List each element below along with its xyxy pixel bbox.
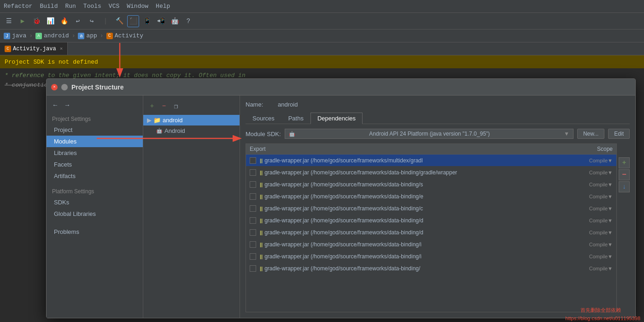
dep-row-6[interactable]: || gradle-wrapper.jar (/home/god/source/… bbox=[246, 227, 616, 239]
tree-folder-icon: 📁 bbox=[153, 117, 161, 124]
dialog-close-btn[interactable]: × bbox=[51, 84, 58, 90]
dep-remove-btn[interactable]: − bbox=[619, 169, 630, 180]
nav-back-arrow[interactable]: ← bbox=[50, 100, 60, 110]
dep-row-7[interactable]: || gradle-wrapper.jar (/home/god/source/… bbox=[246, 239, 616, 250]
menu-build[interactable]: Build bbox=[40, 3, 58, 10]
toolbar-help-btn[interactable]: ? bbox=[182, 15, 194, 27]
dep-scope-6[interactable]: Compile▼ bbox=[567, 230, 613, 235]
dep-row-4[interactable]: || gradle-wrapper.jar (/home/god/source/… bbox=[246, 203, 616, 215]
dep-row-8[interactable]: || gradle-wrapper.jar (/home/god/source/… bbox=[246, 250, 616, 262]
nav-fwd-arrow[interactable]: → bbox=[62, 100, 72, 110]
dep-scope-tag-4: Compile bbox=[589, 206, 608, 211]
breadcrumb-java[interactable]: J java bbox=[4, 32, 26, 39]
dep-scope-8[interactable]: Compile▼ bbox=[567, 254, 613, 259]
left-panel: ← → Project Settings Project Modules Lib… bbox=[47, 95, 143, 318]
dep-scope-5[interactable]: Compile▼ bbox=[567, 218, 613, 223]
tab-bar: C Activity.java × bbox=[0, 42, 644, 55]
dep-checkbox-4[interactable] bbox=[250, 205, 256, 212]
tab-close-btn[interactable]: × bbox=[60, 46, 63, 52]
toolbar-debug-btn[interactable]: 🐞 bbox=[30, 15, 42, 27]
dep-scope-1[interactable]: Compile▼ bbox=[567, 170, 613, 175]
sdk-edit-btn[interactable]: Edit bbox=[608, 129, 630, 139]
java-icon: J bbox=[4, 33, 10, 39]
menu-refactor[interactable]: Refactor bbox=[4, 3, 32, 10]
sidebar-sdks[interactable]: SDKs bbox=[47, 197, 143, 208]
name-row: Name: android bbox=[246, 101, 630, 108]
dep-row-3[interactable]: || gradle-wrapper.jar (/home/god/source/… bbox=[246, 191, 616, 203]
dep-add-btn[interactable]: + bbox=[619, 157, 630, 168]
sdk-new-btn[interactable]: New... bbox=[577, 129, 604, 139]
tree-remove-btn[interactable]: − bbox=[159, 101, 169, 111]
dialog-min-btn[interactable] bbox=[61, 84, 68, 90]
breadcrumb-app[interactable]: a app bbox=[78, 32, 97, 39]
dep-scope-9[interactable]: Compile▼ bbox=[567, 266, 613, 271]
dep-scope-4[interactable]: Compile▼ bbox=[567, 206, 613, 211]
dep-row-2[interactable]: || gradle-wrapper.jar (/home/god/source/… bbox=[246, 179, 616, 191]
dep-checkbox-3[interactable] bbox=[250, 193, 256, 200]
sdk-select[interactable]: 🤖 Android API 24 Platform (java version … bbox=[285, 129, 574, 139]
dep-checkbox-7[interactable] bbox=[250, 241, 256, 248]
sidebar-modules[interactable]: Modules bbox=[47, 136, 143, 147]
section-project-settings: Project Settings bbox=[47, 114, 143, 124]
toolbar-deploy-btn[interactable]: 📲 bbox=[155, 15, 167, 27]
sidebar-libraries[interactable]: Libraries bbox=[47, 147, 143, 159]
dep-scope-7[interactable]: Compile▼ bbox=[567, 242, 613, 247]
toolbar-back-btn[interactable]: ↩ bbox=[72, 15, 84, 27]
tree-android-sdk-icon: 🤖 bbox=[156, 128, 163, 134]
dep-row-9[interactable]: || gradle-wrapper.jar (/home/god/source/… bbox=[246, 262, 616, 274]
sidebar-facets[interactable]: Facets bbox=[47, 159, 143, 170]
toolbar-coverage-btn[interactable]: 📊 bbox=[44, 15, 56, 27]
dep-checkbox-9[interactable] bbox=[250, 265, 256, 272]
toolbar-profile-btn[interactable]: 🔥 bbox=[58, 15, 70, 27]
dep-checkbox-2[interactable] bbox=[250, 181, 256, 188]
dep-checkbox-1[interactable] bbox=[250, 169, 256, 176]
dep-scope-0[interactable]: Compile▼ bbox=[567, 158, 613, 163]
dep-checkbox-5[interactable] bbox=[250, 217, 256, 224]
dep-checkbox-6[interactable] bbox=[250, 229, 256, 236]
sidebar-project[interactable]: Project bbox=[47, 124, 143, 136]
sidebar-artifacts[interactable]: Artifacts bbox=[47, 170, 143, 182]
dep-table-scroll[interactable]: || gradle-wrapper.jar (/home/god/source/… bbox=[246, 155, 616, 312]
dep-down-btn[interactable]: ↓ bbox=[619, 181, 630, 192]
toolbar-fwd-btn[interactable]: ↪ bbox=[86, 15, 98, 27]
tab-paths[interactable]: Paths bbox=[281, 113, 310, 124]
breadcrumb-app-label: app bbox=[86, 32, 97, 39]
toolbar-menu-btn[interactable]: ☰ bbox=[3, 15, 15, 27]
menu-run[interactable]: Run bbox=[65, 3, 76, 10]
dep-name-7: gradle-wrapper.jar (/home/god/source/fra… bbox=[264, 241, 567, 248]
tree-panel: + − ❐ ▶ 📁 android 🤖 Android bbox=[143, 95, 240, 318]
sidebar-global-libraries[interactable]: Global Libraries bbox=[47, 208, 143, 220]
toolbar-run-btn[interactable]: ▶ bbox=[17, 15, 29, 27]
dep-row-0[interactable]: || gradle-wrapper.jar (/home/god/source/… bbox=[246, 155, 616, 167]
tree-item-android-sdk[interactable]: 🤖 Android bbox=[143, 125, 240, 136]
tree-add-btn[interactable]: + bbox=[147, 101, 157, 111]
dep-header-export: Export bbox=[250, 146, 277, 152]
breadcrumb-activity[interactable]: C Activity bbox=[106, 32, 143, 39]
tab-sources[interactable]: Sources bbox=[246, 113, 281, 124]
dep-checkbox-0[interactable] bbox=[250, 157, 256, 164]
dep-jar-icon-7: || bbox=[260, 242, 263, 247]
sidebar-problems[interactable]: Problems bbox=[47, 226, 143, 238]
dep-name-6: gradle-wrapper.jar (/home/god/source/fra… bbox=[264, 229, 567, 236]
tab-activity-java[interactable]: C Activity.java × bbox=[0, 42, 68, 55]
toolbar-sep: | bbox=[100, 15, 111, 27]
tree-copy-btn[interactable]: ❐ bbox=[171, 101, 181, 111]
toolbar-sdk-btn[interactable]: 🤖 bbox=[169, 15, 181, 27]
breadcrumb-android[interactable]: A android bbox=[35, 32, 69, 39]
tree-expand-icon: ▶ bbox=[147, 117, 152, 124]
toolbar-phone-btn[interactable]: 📱 bbox=[141, 15, 153, 27]
menu-tools[interactable]: Tools bbox=[83, 3, 101, 10]
dep-scope-3[interactable]: Compile▼ bbox=[567, 194, 613, 199]
toolbar-sync-btn[interactable]: ⬛ bbox=[127, 15, 139, 27]
dep-checkbox-8[interactable] bbox=[250, 253, 256, 260]
menu-help[interactable]: Help bbox=[156, 3, 170, 10]
tree-item-android[interactable]: ▶ 📁 android bbox=[143, 115, 240, 125]
dep-row-1[interactable]: || gradle-wrapper.jar (/home/god/source/… bbox=[246, 167, 616, 179]
tab-dependencies[interactable]: Dependencies bbox=[310, 113, 363, 124]
menu-vcs[interactable]: VCS bbox=[109, 3, 119, 10]
warning-bar: Project SDK is not defined bbox=[0, 55, 644, 68]
toolbar-build-btn[interactable]: 🔨 bbox=[113, 15, 125, 27]
dep-row-5[interactable]: || gradle-wrapper.jar (/home/god/source/… bbox=[246, 215, 616, 227]
dep-scope-2[interactable]: Compile▼ bbox=[567, 182, 613, 187]
menu-window[interactable]: Window bbox=[127, 3, 148, 10]
